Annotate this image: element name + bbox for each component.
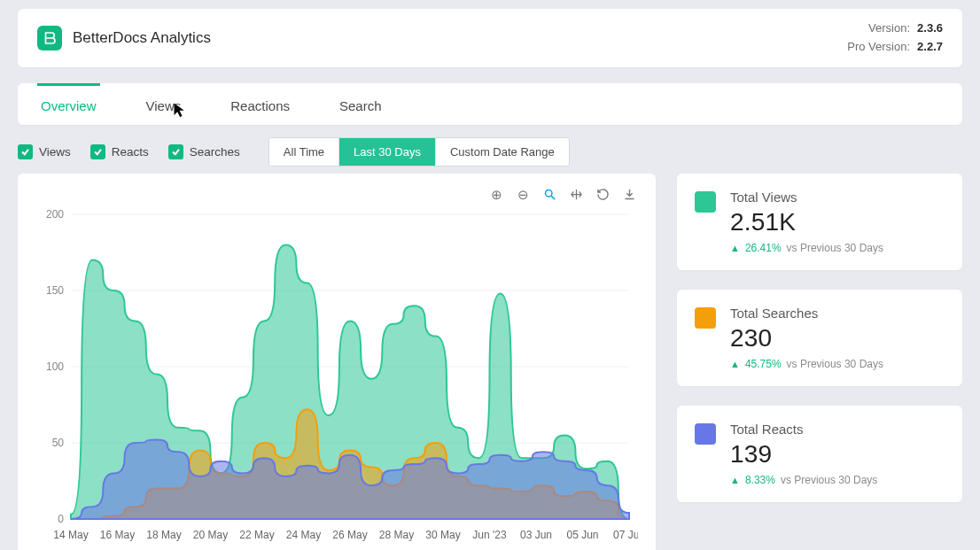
- stat-searches-title: Total Searches: [730, 306, 883, 321]
- svg-text:100: 100: [46, 360, 64, 373]
- svg-text:24 May: 24 May: [286, 529, 321, 541]
- stat-reacts-title: Total Reacts: [730, 422, 877, 437]
- check-icon: [168, 144, 183, 159]
- range-last-30[interactable]: Last 30 Days: [338, 138, 435, 166]
- pro-version-value: 2.2.7: [917, 38, 943, 57]
- svg-text:22 May: 22 May: [239, 529, 274, 541]
- svg-text:20 May: 20 May: [193, 529, 228, 541]
- svg-text:150: 150: [46, 284, 64, 297]
- stat-views-title: Total Views: [730, 190, 883, 205]
- checkbox-searches[interactable]: Searches: [168, 144, 240, 159]
- stat-searches-value: 230: [730, 324, 883, 352]
- svg-line-1: [551, 196, 555, 199]
- svg-point-0: [545, 190, 552, 198]
- stat-searches-compare: vs Previous 30 Days: [787, 358, 883, 370]
- searches-swatch: [695, 307, 716, 329]
- svg-text:03 Jun: 03 Jun: [520, 529, 552, 541]
- stat-card-searches: Total Searches 230 ▲ 45.75% vs Previous …: [677, 290, 962, 386]
- svg-text:0: 0: [58, 513, 64, 525]
- tab-overview[interactable]: Overview: [37, 83, 100, 125]
- stat-reacts-compare: vs Previous 30 Days: [781, 474, 877, 486]
- app-title: BetterDocs Analytics: [73, 29, 211, 47]
- svg-text:50: 50: [52, 437, 65, 449]
- checkbox-searches-label: Searches: [190, 145, 240, 159]
- svg-text:14 May: 14 May: [53, 529, 88, 541]
- stat-card-reacts: Total Reacts 139 ▲ 8.33% vs Previous 30 …: [677, 406, 962, 502]
- checkbox-views-label: Views: [39, 145, 71, 159]
- chart-card: ⊕ ⊖ 05010015020014 May16 May18 May20 May…: [18, 174, 656, 550]
- stat-reacts-value: 139: [730, 440, 877, 469]
- check-icon: [90, 144, 105, 159]
- svg-text:200: 200: [46, 208, 64, 221]
- tabs-bar: Overview Views Reactions Search: [18, 83, 962, 125]
- date-range-segment: All Time Last 30 Days Custom Date Range: [268, 137, 570, 167]
- svg-text:07 Jun: 07 Jun: [613, 529, 638, 541]
- range-custom[interactable]: Custom Date Range: [435, 138, 569, 166]
- trend-up-icon: ▲: [730, 359, 740, 369]
- zoom-out-icon[interactable]: ⊖: [516, 188, 530, 202]
- views-swatch: [695, 191, 716, 213]
- check-icon: [18, 144, 33, 159]
- svg-text:Jun '23: Jun '23: [472, 529, 507, 541]
- svg-text:16 May: 16 May: [100, 529, 135, 541]
- reacts-swatch: [695, 423, 716, 445]
- stat-reacts-pct: 8.33%: [745, 474, 775, 486]
- svg-text:28 May: 28 May: [379, 529, 414, 541]
- chart-plot[interactable]: 05010015020014 May16 May18 May20 May22 M…: [35, 207, 638, 544]
- trend-up-icon: ▲: [730, 475, 740, 485]
- chart-toolbar: ⊕ ⊖: [35, 186, 638, 207]
- selection-zoom-icon[interactable]: [542, 188, 556, 202]
- reset-icon[interactable]: [595, 188, 610, 202]
- stat-searches-pct: 45.75%: [745, 358, 782, 370]
- trend-up-icon: ▲: [730, 243, 740, 253]
- download-icon[interactable]: [622, 188, 636, 202]
- version-block: Version: 2.3.6 Pro Version: 2.2.7: [847, 19, 943, 57]
- checkbox-reacts-label: Reacts: [112, 145, 149, 159]
- version-label: Version:: [868, 19, 910, 38]
- zoom-in-icon[interactable]: ⊕: [489, 188, 503, 202]
- pro-version-label: Pro Version:: [847, 38, 910, 57]
- version-value: 2.3.6: [917, 19, 943, 38]
- stat-views-pct: 26.41%: [745, 242, 782, 254]
- stat-views-value: 2.51K: [730, 208, 883, 236]
- tab-reactions[interactable]: Reactions: [227, 83, 293, 125]
- pan-icon[interactable]: [569, 188, 583, 202]
- checkbox-reacts[interactable]: Reacts: [90, 144, 149, 159]
- range-all-time[interactable]: All Time: [269, 138, 338, 166]
- stat-card-views: Total Views 2.51K ▲ 26.41% vs Previous 3…: [677, 174, 962, 270]
- stat-views-compare: vs Previous 30 Days: [787, 242, 883, 254]
- tab-search[interactable]: Search: [336, 83, 385, 125]
- svg-text:26 May: 26 May: [332, 529, 367, 541]
- app-logo: [37, 26, 62, 50]
- checkbox-views[interactable]: Views: [18, 144, 71, 159]
- tab-views[interactable]: Views: [143, 83, 185, 125]
- svg-text:18 May: 18 May: [146, 529, 181, 541]
- svg-text:30 May: 30 May: [425, 529, 460, 541]
- svg-text:05 Jun: 05 Jun: [566, 529, 598, 541]
